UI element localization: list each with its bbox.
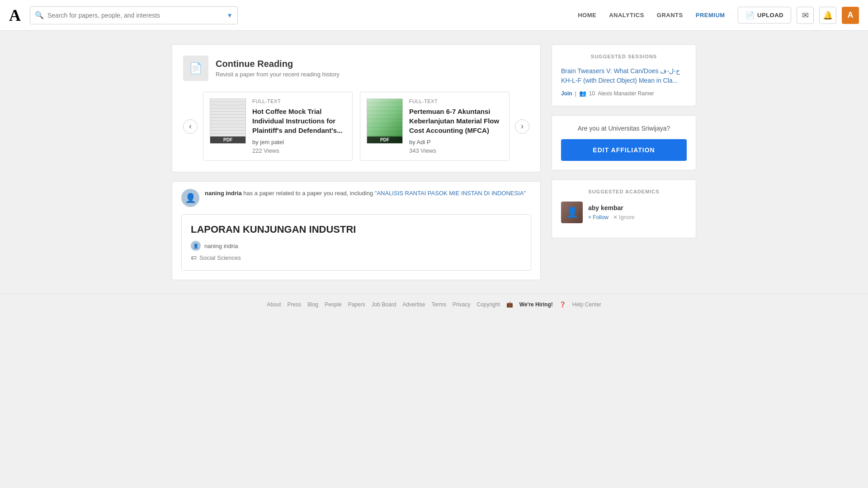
- footer-advertise[interactable]: Advertise: [402, 301, 425, 308]
- upload-label: UPLOAD: [757, 12, 783, 19]
- session-meta: Join | 👥 10 Alexis Manaster Ramer: [561, 90, 687, 97]
- footer-press[interactable]: Press: [288, 301, 302, 308]
- footer-help-icon: ❓: [559, 301, 566, 308]
- feed-message-pre: has a paper related to a paper you read,…: [242, 190, 375, 197]
- search-dropdown-arrow-icon[interactable]: ▼: [226, 12, 233, 19]
- nav-analytics[interactable]: ANALYTICS: [609, 12, 644, 19]
- logo: A: [9, 6, 21, 25]
- papers-row: ‹ PDF FULL-TEXT Hot Coffee Mock Trial In…: [183, 92, 529, 161]
- academic-photo-1: 👤: [561, 202, 583, 223]
- feed-header: 👤 naning indria has a paper related to a…: [172, 182, 540, 214]
- messages-button[interactable]: ✉: [797, 7, 814, 24]
- paper-card-2[interactable]: PDF FULL-TEXT Pertemuan 6-7 Akuntansi Ke…: [360, 92, 509, 161]
- nav-home[interactable]: HOME: [578, 12, 596, 19]
- feed-paper-tag-text: Social Sciences: [199, 254, 241, 261]
- footer-terms[interactable]: Terms: [431, 301, 446, 308]
- paper-thumbnail-1: PDF: [210, 99, 246, 144]
- navbar: A 🔍 ▼ HOME ANALYTICS GRANTS PREMIUM 📄 UP…: [0, 0, 868, 31]
- session-host: Alexis Manaster Ramer: [598, 90, 654, 97]
- user-avatar-button[interactable]: A: [842, 7, 859, 24]
- nav-premium[interactable]: PREMIUM: [696, 12, 725, 19]
- paper-author-1: by jem patel: [252, 139, 346, 145]
- paper-title-2: Pertemuan 6-7 Akuntansi Keberlanjutan Ma…: [409, 107, 503, 135]
- nav-grants[interactable]: GRANTS: [657, 12, 683, 19]
- continue-reading-card: 📄 Continue Reading Revisit a paper from …: [172, 44, 541, 172]
- academic-name-1: aby kembar: [588, 204, 634, 211]
- right-column: SUGGESTED SESSIONS Brain Tweasers V: Wha…: [552, 44, 696, 280]
- footer-people[interactable]: People: [325, 301, 341, 308]
- papers-grid: PDF FULL-TEXT Hot Coffee Mock Trial Indi…: [203, 92, 509, 161]
- edit-affiliation-button[interactable]: EDIT AFFILIATION: [561, 139, 687, 161]
- paper-thumbnail-2: PDF: [367, 99, 403, 144]
- next-paper-button[interactable]: ›: [515, 119, 529, 134]
- upload-icon: 📄: [745, 11, 755, 19]
- feed-paper-author-name[interactable]: naning indria: [204, 243, 238, 249]
- session-title[interactable]: Brain Tweasers V: What Can/Does خ-ل-ف KH…: [561, 66, 687, 85]
- left-column: 📄 Continue Reading Revisit a paper from …: [172, 44, 541, 280]
- follow-button-1[interactable]: + Follow: [588, 214, 609, 221]
- footer-job-board[interactable]: Job Board: [372, 301, 396, 308]
- search-input[interactable]: [47, 12, 226, 19]
- continue-reading-text: Continue Reading Revisit a paper from yo…: [216, 59, 340, 78]
- nav-actions: 📄 UPLOAD ✉ 🔔 A: [738, 7, 859, 24]
- paper-title-1: Hot Coffee Mock Trial Individual Instruc…: [252, 107, 346, 135]
- search-container[interactable]: 🔍 ▼: [30, 6, 238, 24]
- academic-info-1: aby kembar + Follow ✕ Ignore: [588, 204, 634, 221]
- continue-reading-header: 📄 Continue Reading Revisit a paper from …: [183, 56, 529, 81]
- paper-info-1: FULL-TEXT Hot Coffee Mock Trial Individu…: [252, 99, 346, 154]
- feed-paper-detail[interactable]: LAPORAN KUNJUNGAN INDUSTRI 👤 naning indr…: [181, 214, 531, 271]
- nav-links: HOME ANALYTICS GRANTS PREMIUM: [578, 12, 725, 19]
- book-icon: 📄: [183, 56, 208, 81]
- affiliation-question: Are you at Universitas Sriwijaya?: [561, 125, 687, 132]
- people-icon: 👥: [579, 90, 586, 97]
- paper-info-2: FULL-TEXT Pertemuan 6-7 Akuntansi Keberl…: [409, 99, 503, 154]
- paper-type-1: FULL-TEXT: [252, 99, 346, 104]
- session-separator: |: [575, 90, 576, 97]
- session-attendees: 10: [589, 90, 595, 97]
- search-icon: 🔍: [35, 11, 44, 19]
- continue-reading-subtitle: Revisit a paper from your recent reading…: [216, 71, 340, 78]
- ignore-button-1[interactable]: ✕ Ignore: [613, 214, 634, 221]
- footer-copyright[interactable]: Copyright: [476, 301, 500, 308]
- session-join-button[interactable]: Join: [561, 90, 572, 97]
- feed-paper-author: 👤 naning indria: [191, 241, 522, 251]
- feed-username[interactable]: naning indria: [205, 190, 242, 197]
- paper-views-1: 222 Views: [252, 147, 346, 154]
- footer-help-center[interactable]: Help Center: [572, 301, 601, 308]
- feed-user-avatar: 👤: [181, 189, 199, 207]
- footer-privacy[interactable]: Privacy: [453, 301, 470, 308]
- upload-button[interactable]: 📄 UPLOAD: [738, 7, 791, 23]
- affiliation-card: Are you at Universitas Sriwijaya? EDIT A…: [552, 115, 696, 170]
- continue-reading-title: Continue Reading: [216, 59, 340, 69]
- paper-type-2: FULL-TEXT: [409, 99, 503, 104]
- footer-bag-icon: 💼: [506, 301, 513, 308]
- footer-blog[interactable]: Blog: [307, 301, 318, 308]
- academic-item-1: 👤 aby kembar + Follow ✕ Ignore: [561, 202, 687, 223]
- paper-views-2: 343 Views: [409, 147, 503, 154]
- tag-icon: 🏷: [191, 254, 197, 261]
- suggested-academics-card: SUGGESTED ACADEMICS 👤 aby kembar + Follo…: [552, 179, 696, 238]
- footer-papers[interactable]: Papers: [348, 301, 365, 308]
- previous-paper-button[interactable]: ‹: [183, 119, 198, 134]
- pdf-badge-2: PDF: [367, 136, 402, 143]
- footer-hiring[interactable]: We're Hiring!: [519, 301, 553, 308]
- suggested-sessions-card: SUGGESTED SESSIONS Brain Tweasers V: Wha…: [552, 44, 696, 106]
- notifications-button[interactable]: 🔔: [819, 7, 836, 24]
- feed-paper-tag: 🏷 Social Sciences: [191, 254, 522, 261]
- feed-highlighted-paper[interactable]: "ANALISIS RANTAI PASOK MIE INSTAN DI IND…: [375, 190, 526, 197]
- feed-paper-title: LAPORAN KUNJUNGAN INDUSTRI: [191, 224, 522, 235]
- suggested-academics-title: SUGGESTED ACADEMICS: [561, 189, 687, 194]
- suggested-sessions-title: SUGGESTED SESSIONS: [561, 54, 687, 59]
- academic-actions-1: + Follow ✕ Ignore: [588, 214, 634, 221]
- footer: About Press Blog People Papers Job Board…: [0, 294, 868, 315]
- feed-paper-author-avatar: 👤: [191, 241, 201, 251]
- pdf-badge-1: PDF: [210, 136, 245, 143]
- feed-card: 👤 naning indria has a paper related to a…: [172, 181, 541, 280]
- main-content: 📄 Continue Reading Revisit a paper from …: [163, 44, 705, 280]
- paper-author-2: by Adi P: [409, 139, 503, 145]
- feed-text: naning indria has a paper related to a p…: [205, 189, 526, 198]
- paper-card-1[interactable]: PDF FULL-TEXT Hot Coffee Mock Trial Indi…: [203, 92, 353, 161]
- footer-about[interactable]: About: [267, 301, 281, 308]
